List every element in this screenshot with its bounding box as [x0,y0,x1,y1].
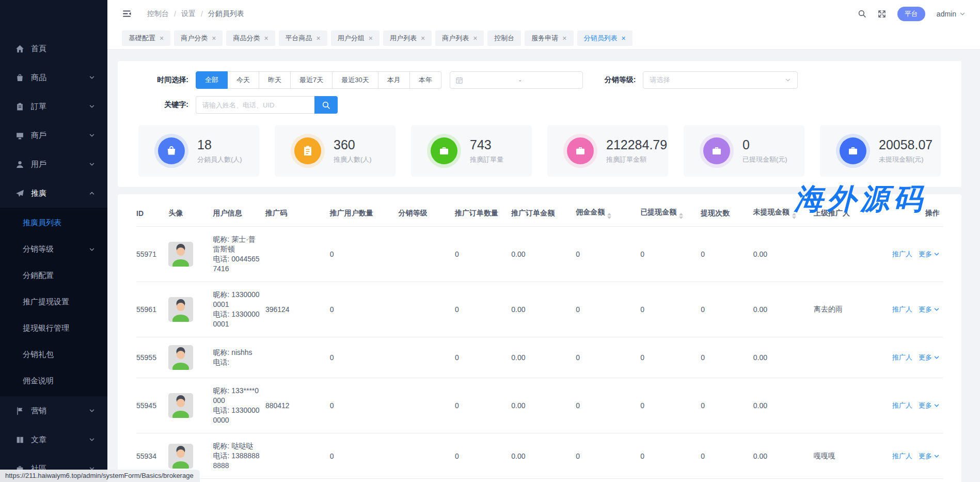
status-url-tooltip: https://211.haiwaiym6.top/admin/systemFo… [0,470,200,482]
breadcrumb-item[interactable]: 控制台 [147,9,169,19]
tab-basic-config[interactable]: 基礎配置× [122,30,170,46]
sidebar-item-home[interactable]: 首頁 [0,34,107,63]
close-icon[interactable]: × [264,35,268,42]
fullscreen-icon[interactable] [878,10,886,18]
close-icon[interactable]: × [562,35,566,42]
stat-value: 18 [197,137,242,152]
tab-service-apply[interactable]: 服务申请× [525,30,573,46]
menu-collapse-icon[interactable] [122,9,132,19]
cell-promo-code [265,337,330,378]
search-icon[interactable] [858,9,866,18]
home-icon [15,44,24,53]
cell-promo-code [265,479,330,482]
sort-icon[interactable] [792,213,796,219]
cell-actions: 推广人更多 [890,282,943,337]
column-header: 用户信息 [213,197,265,227]
search-button[interactable] [314,96,338,114]
tab-label: 分销员列表 [584,34,618,43]
more-link[interactable]: 更多 [919,401,940,410]
keyword-input[interactable] [196,96,314,114]
level-select[interactable]: 请选择 [643,71,798,89]
topbar-right: 平台 admin [858,7,966,21]
table-row: 55933昵称: 嘎嘎嘎电话:100.000000.00推广人更多 [136,479,943,482]
date-range-input[interactable]: - [450,71,583,89]
tab-label: 用户列表 [390,34,417,43]
column-header: ID [136,197,168,227]
cell-level [399,378,455,433]
chevron-down-icon [934,354,940,361]
close-icon[interactable]: × [160,35,164,42]
close-icon[interactable]: × [473,35,477,42]
sidebar-subitem-label: 提现银行管理 [23,323,95,333]
user-phone: 电话: [213,357,262,367]
chevron-down-icon [959,11,966,17]
sidebar-item-users[interactable]: 用戶 [0,150,107,179]
sidebar-subitem-distribution-level[interactable]: 分销等级 [0,236,107,262]
more-link[interactable]: 更多 [919,305,940,314]
close-icon[interactable]: × [421,35,425,42]
sidebar-subitem-withdraw-banks[interactable]: 提现银行管理 [0,315,107,341]
sidebar-subitem-distribution-gift[interactable]: 分销礼包 [0,341,107,368]
tab-label: 用户分组 [338,34,365,43]
cell-withdraw-count: 0 [701,479,753,482]
close-icon[interactable]: × [212,35,216,42]
user-menu[interactable]: admin [937,10,966,18]
more-link[interactable]: 更多 [919,353,940,362]
cell-withdrawn: 0 [640,433,701,479]
sidebar-subitem-commission-info[interactable]: 佣金说明 [0,368,107,394]
tab-platform-goods[interactable]: 平台商品× [279,30,327,46]
close-icon[interactable]: × [622,35,626,42]
time-option-button[interactable]: 本年 [410,71,441,89]
sidebar-item-orders[interactable]: 訂單 [0,92,107,121]
breadcrumb-item[interactable]: 设置 [181,9,196,19]
promoter-link[interactable]: 推广人 [892,401,912,409]
time-option-button[interactable]: 最近30天 [333,71,378,89]
promoter-link[interactable]: 推广人 [892,250,912,258]
cell-parent-promoter [814,337,890,378]
sidebar-item-articles[interactable]: 文章 [0,425,107,454]
stat-value: 20058.07 [879,137,932,152]
user-nickname: 昵称: nishhs [213,348,262,357]
close-icon[interactable]: × [369,35,373,42]
promoter-link[interactable]: 推广人 [892,452,912,460]
tab-user-group[interactable]: 用户分组× [331,30,380,46]
stat-label: 已提現金額(元) [742,155,787,164]
more-link[interactable]: 更多 [919,452,940,461]
cell-actions: 推广人更多 [890,479,943,482]
tab-user-list[interactable]: 用户列表× [383,30,432,46]
promotion-icon [15,189,24,198]
sidebar-item-goods[interactable]: 商品 [0,63,107,92]
sidebar-subitem-distribution-config[interactable]: 分銷配置 [0,262,107,289]
time-option-button[interactable]: 昨天 [259,71,291,89]
close-icon[interactable]: × [317,35,321,42]
clipboard-icon [294,137,321,164]
cell-promo-amount: 0.00 [511,282,576,337]
search-icon [322,101,330,110]
breadcrumb-item[interactable]: 分銷員列表 [208,9,244,19]
time-option-button[interactable]: 最近7天 [291,71,333,89]
column-label: 提现次数 [701,209,730,217]
sidebar-subitem-promoter-list[interactable]: 推廣員列表 [0,210,107,236]
platform-badge[interactable]: 平台 [897,7,925,21]
promoter-link[interactable]: 推广人 [892,305,912,313]
promoter-link[interactable]: 推广人 [892,353,912,361]
sidebar-item-promotion[interactable]: 推廣 [0,179,107,208]
keyword-filter-row: 关键字: [138,96,941,114]
time-option-button[interactable]: 本月 [378,71,410,89]
time-option-button[interactable]: 今天 [228,71,259,89]
bag-icon [158,137,185,164]
time-option-button[interactable]: 全部 [196,71,228,89]
sort-icon[interactable] [607,213,611,219]
stat-info: 0已提現金額(元) [742,137,787,164]
cell-user-info: 昵称: 13300000001电话: 13300000001 [213,282,265,337]
more-link[interactable]: 更多 [919,250,940,259]
tab-merchant-category[interactable]: 商户分类× [174,30,223,46]
sidebar-subitem-withdraw-settings[interactable]: 推广提现设置 [0,289,107,315]
tab-goods-category[interactable]: 商品分类× [226,30,275,46]
sort-icon[interactable] [679,213,683,219]
tab-merchant-list[interactable]: 商户列表× [435,30,484,46]
sidebar-item-marketing[interactable]: 营销 [0,396,107,425]
tab-console[interactable]: 控制台 [487,30,521,46]
sidebar-item-merchants[interactable]: 商戶 [0,121,107,150]
tab-distributor-list[interactable]: 分销员列表× [577,30,633,46]
